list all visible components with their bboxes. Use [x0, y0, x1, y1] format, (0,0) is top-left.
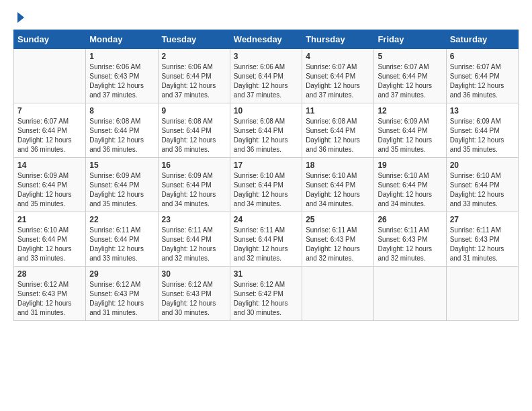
day-cell: 25Sunrise: 6:11 AMSunset: 6:43 PMDayligh… — [302, 212, 374, 267]
day-info: Sunrise: 6:06 AMSunset: 6:43 PMDaylight:… — [89, 62, 154, 100]
page-header — [13, 13, 519, 23]
day-cell: 23Sunrise: 6:11 AMSunset: 6:44 PMDayligh… — [158, 212, 230, 267]
day-cell: 5Sunrise: 6:07 AMSunset: 6:44 PMDaylight… — [374, 49, 446, 103]
day-cell: 1Sunrise: 6:06 AMSunset: 6:43 PMDaylight… — [86, 49, 158, 103]
day-number: 11 — [306, 106, 370, 116]
day-cell: 18Sunrise: 6:10 AMSunset: 6:44 PMDayligh… — [302, 158, 374, 212]
day-info: Sunrise: 6:07 AMSunset: 6:44 PMDaylight:… — [306, 62, 370, 100]
day-cell: 21Sunrise: 6:10 AMSunset: 6:44 PMDayligh… — [14, 212, 86, 267]
logo-arrow-icon — [17, 12, 24, 23]
day-info: Sunrise: 6:10 AMSunset: 6:44 PMDaylight:… — [17, 226, 82, 263]
day-number: 6 — [450, 52, 515, 61]
day-cell: 10Sunrise: 6:08 AMSunset: 6:44 PMDayligh… — [230, 103, 302, 158]
header-cell-monday: Monday — [86, 30, 158, 49]
calendar-table: SundayMondayTuesdayWednesdayThursdayFrid… — [13, 30, 519, 321]
day-cell: 27Sunrise: 6:11 AMSunset: 6:43 PMDayligh… — [446, 212, 518, 267]
week-row-4: 21Sunrise: 6:10 AMSunset: 6:44 PMDayligh… — [14, 212, 519, 267]
day-cell — [374, 267, 446, 321]
day-cell: 15Sunrise: 6:09 AMSunset: 6:44 PMDayligh… — [86, 158, 158, 212]
day-info: Sunrise: 6:08 AMSunset: 6:44 PMDaylight:… — [89, 117, 154, 154]
day-info: Sunrise: 6:11 AMSunset: 6:44 PMDaylight:… — [89, 226, 154, 263]
day-cell: 14Sunrise: 6:09 AMSunset: 6:44 PMDayligh… — [14, 158, 86, 212]
day-cell: 7Sunrise: 6:07 AMSunset: 6:44 PMDaylight… — [14, 103, 86, 158]
day-info: Sunrise: 6:11 AMSunset: 6:43 PMDaylight:… — [378, 226, 442, 263]
day-number: 19 — [378, 161, 442, 170]
day-info: Sunrise: 6:11 AMSunset: 6:44 PMDaylight:… — [162, 226, 226, 263]
day-number: 4 — [306, 52, 370, 61]
header-cell-sunday: Sunday — [14, 30, 86, 49]
day-cell: 11Sunrise: 6:08 AMSunset: 6:44 PMDayligh… — [302, 103, 374, 158]
day-info: Sunrise: 6:06 AMSunset: 6:44 PMDaylight:… — [234, 62, 298, 100]
day-number: 3 — [234, 52, 298, 61]
day-info: Sunrise: 6:11 AMSunset: 6:43 PMDaylight:… — [306, 226, 370, 263]
day-number: 22 — [89, 215, 154, 224]
day-info: Sunrise: 6:12 AMSunset: 6:43 PMDaylight:… — [17, 280, 82, 318]
day-info: Sunrise: 6:11 AMSunset: 6:43 PMDaylight:… — [450, 226, 515, 263]
day-info: Sunrise: 6:10 AMSunset: 6:44 PMDaylight:… — [234, 171, 298, 209]
day-cell: 26Sunrise: 6:11 AMSunset: 6:43 PMDayligh… — [374, 212, 446, 267]
header-cell-saturday: Saturday — [446, 30, 518, 49]
day-cell: 28Sunrise: 6:12 AMSunset: 6:43 PMDayligh… — [14, 267, 86, 321]
day-info: Sunrise: 6:12 AMSunset: 6:43 PMDaylight:… — [162, 280, 226, 318]
day-number: 13 — [450, 106, 515, 116]
day-info: Sunrise: 6:09 AMSunset: 6:44 PMDaylight:… — [162, 171, 226, 209]
day-number: 2 — [162, 52, 226, 61]
day-number: 9 — [162, 106, 226, 116]
day-info: Sunrise: 6:09 AMSunset: 6:44 PMDaylight:… — [17, 171, 82, 209]
day-info: Sunrise: 6:06 AMSunset: 6:44 PMDaylight:… — [162, 62, 226, 100]
day-cell: 29Sunrise: 6:12 AMSunset: 6:43 PMDayligh… — [86, 267, 158, 321]
day-info: Sunrise: 6:08 AMSunset: 6:44 PMDaylight:… — [234, 117, 298, 154]
week-row-5: 28Sunrise: 6:12 AMSunset: 6:43 PMDayligh… — [14, 267, 519, 321]
day-cell — [302, 267, 374, 321]
day-number: 31 — [234, 269, 298, 279]
day-info: Sunrise: 6:12 AMSunset: 6:42 PMDaylight:… — [234, 280, 298, 318]
week-row-3: 14Sunrise: 6:09 AMSunset: 6:44 PMDayligh… — [14, 158, 519, 212]
day-cell — [446, 267, 518, 321]
day-number: 17 — [234, 161, 298, 170]
day-number: 16 — [162, 161, 226, 170]
day-cell: 13Sunrise: 6:09 AMSunset: 6:44 PMDayligh… — [446, 103, 518, 158]
week-row-2: 7Sunrise: 6:07 AMSunset: 6:44 PMDaylight… — [14, 103, 519, 158]
day-cell: 12Sunrise: 6:09 AMSunset: 6:44 PMDayligh… — [374, 103, 446, 158]
day-number: 28 — [17, 269, 82, 279]
day-cell: 20Sunrise: 6:10 AMSunset: 6:44 PMDayligh… — [446, 158, 518, 212]
day-cell: 4Sunrise: 6:07 AMSunset: 6:44 PMDaylight… — [302, 49, 374, 103]
day-info: Sunrise: 6:10 AMSunset: 6:44 PMDaylight:… — [378, 171, 442, 209]
day-number: 25 — [306, 215, 370, 224]
day-cell: 8Sunrise: 6:08 AMSunset: 6:44 PMDaylight… — [86, 103, 158, 158]
day-number: 8 — [89, 106, 154, 116]
day-number: 24 — [234, 215, 298, 224]
header-cell-wednesday: Wednesday — [230, 30, 302, 49]
day-cell: 3Sunrise: 6:06 AMSunset: 6:44 PMDaylight… — [230, 49, 302, 103]
day-info: Sunrise: 6:09 AMSunset: 6:44 PMDaylight:… — [450, 117, 515, 154]
logo — [13, 13, 24, 23]
day-info: Sunrise: 6:07 AMSunset: 6:44 PMDaylight:… — [17, 117, 82, 154]
day-cell: 24Sunrise: 6:11 AMSunset: 6:44 PMDayligh… — [230, 212, 302, 267]
day-number: 30 — [162, 269, 226, 279]
header-row: SundayMondayTuesdayWednesdayThursdayFrid… — [14, 30, 519, 49]
day-number: 26 — [378, 215, 442, 224]
day-info: Sunrise: 6:10 AMSunset: 6:44 PMDaylight:… — [306, 171, 370, 209]
day-info: Sunrise: 6:12 AMSunset: 6:43 PMDaylight:… — [89, 280, 154, 318]
day-number: 29 — [89, 269, 154, 279]
day-info: Sunrise: 6:07 AMSunset: 6:44 PMDaylight:… — [378, 62, 442, 100]
day-cell: 6Sunrise: 6:07 AMSunset: 6:44 PMDaylight… — [446, 49, 518, 103]
day-number: 27 — [450, 215, 515, 224]
day-number: 5 — [378, 52, 442, 61]
day-number: 1 — [89, 52, 154, 61]
day-info: Sunrise: 6:08 AMSunset: 6:44 PMDaylight:… — [162, 117, 226, 154]
day-number: 10 — [234, 106, 298, 116]
day-info: Sunrise: 6:11 AMSunset: 6:44 PMDaylight:… — [234, 226, 298, 263]
header-cell-tuesday: Tuesday — [158, 30, 230, 49]
day-info: Sunrise: 6:08 AMSunset: 6:44 PMDaylight:… — [306, 117, 370, 154]
day-number: 7 — [17, 106, 82, 116]
day-info: Sunrise: 6:10 AMSunset: 6:44 PMDaylight:… — [450, 171, 515, 209]
day-info: Sunrise: 6:09 AMSunset: 6:44 PMDaylight:… — [89, 171, 154, 209]
week-row-1: 1Sunrise: 6:06 AMSunset: 6:43 PMDaylight… — [14, 49, 519, 103]
header-cell-friday: Friday — [374, 30, 446, 49]
day-cell: 31Sunrise: 6:12 AMSunset: 6:42 PMDayligh… — [230, 267, 302, 321]
day-cell: 22Sunrise: 6:11 AMSunset: 6:44 PMDayligh… — [86, 212, 158, 267]
day-number: 14 — [17, 161, 82, 170]
day-cell: 9Sunrise: 6:08 AMSunset: 6:44 PMDaylight… — [158, 103, 230, 158]
day-number: 15 — [89, 161, 154, 170]
